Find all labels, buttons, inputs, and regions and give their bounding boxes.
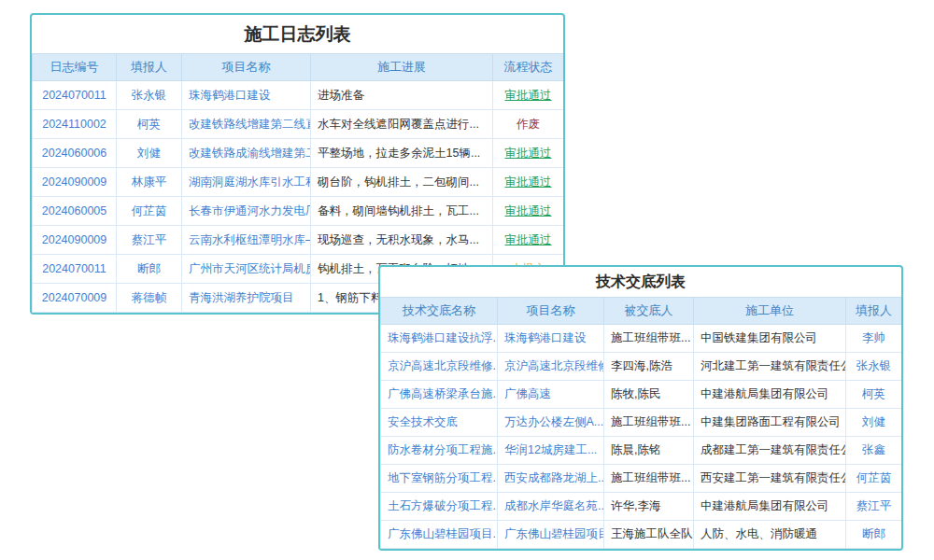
disclosure-reporter-link[interactable]: 刘健 [862, 415, 885, 428]
log-reporter-link[interactable]: 蔡江平 [132, 233, 167, 246]
log-progress-text: 进场准备 [311, 81, 493, 110]
log-project-link[interactable]: 长春市伊通河水力发电厂... [189, 204, 311, 217]
disclosure-header-receiver: 被交底人 [604, 298, 694, 325]
log-id-link[interactable]: 2024060005 [42, 204, 107, 217]
disclosure-unit-text: 中国铁建集团有限公司 [694, 325, 846, 353]
disclosure-header-row: 技术交底名称 项目名称 被交底人 施工单位 填报人 [381, 298, 902, 325]
log-id-link[interactable]: 2024060006 [42, 147, 107, 160]
table-row: 2024060006 刘健 改建铁路成渝线增建第二... 平整场地，拉走多余泥土… [33, 139, 564, 168]
disclosure-project-link[interactable]: 西安成都路龙湖上... [504, 471, 604, 484]
log-progress-text: 平整场地，拉走多余泥土15辆... [311, 139, 493, 168]
disclosure-name-link[interactable]: 安全技术交底 [388, 415, 458, 428]
disclosure-header-reporter: 填报人 [846, 298, 902, 325]
disclosure-header-name: 技术交底名称 [381, 298, 498, 325]
log-header-row: 日志编号 填报人 项目名称 施工进展 流程状态 [33, 54, 564, 81]
disclosure-receiver-text: 李四海,陈浩 [604, 353, 694, 381]
disclosure-name-link[interactable]: 珠海鹤港口建设抗浮... [388, 331, 498, 344]
disclosure-name-link[interactable]: 京沪高速北京段维修... [388, 359, 498, 372]
disclosure-unit-text: 成都建工第一建筑有限责任公司 [694, 437, 846, 465]
disclosure-project-link[interactable]: 华润12城房建工... [504, 443, 597, 456]
log-project-link[interactable]: 云南水利枢纽潭明水库—... [189, 233, 311, 246]
disclosure-header-unit: 施工单位 [694, 298, 846, 325]
log-project-link[interactable]: 改建铁路成渝线增建第二... [189, 147, 311, 160]
log-reporter-link[interactable]: 断郎 [137, 262, 161, 275]
disclosure-project-link[interactable]: 万达办公楼左侧A... [504, 415, 603, 428]
disclosure-name-link[interactable]: 防水卷材分项工程施... [388, 443, 498, 456]
table-row: 地下室钢筋分项工程... 西安成都路龙湖上... 施工班组带班... 西安建工第… [381, 465, 902, 493]
disclosure-receiver-text: 施工班组带班... [604, 465, 694, 493]
log-project-link[interactable]: 湖南洞庭湖水库引水工程... [189, 175, 311, 189]
disclosure-project-link[interactable]: 京沪高速北京段维修 [504, 359, 604, 372]
disclosure-reporter-link[interactable]: 张鑫 [862, 443, 885, 456]
disclosure-table: 技术交底名称 项目名称 被交底人 施工单位 填报人 珠海鹤港口建设抗浮... 珠… [380, 297, 902, 549]
table-row: 2024090009 林康平 湖南洞庭湖水库引水工程... 砌台阶，钩机排土，二… [33, 168, 564, 197]
disclosure-unit-text: 西安建工第一建筑有限责任公司 [694, 465, 846, 493]
log-project-link[interactable]: 珠海鹤港口建设 [189, 89, 271, 102]
log-reporter-link[interactable]: 何芷茵 [132, 204, 167, 217]
table-row: 2024070011 张永银 珠海鹤港口建设 进场准备 审批通过 [33, 81, 564, 110]
log-project-link[interactable]: 广州市天河区统计局机房... [189, 262, 311, 275]
log-progress-text: 水车对全线遮阳网覆盖点进行... [311, 110, 493, 139]
log-panel-title: 施工日志列表 [32, 15, 563, 53]
disclosure-reporter-link[interactable]: 断郎 [862, 527, 885, 540]
disclosure-receiver-text: 施工班组带班... [604, 325, 694, 353]
table-row: 珠海鹤港口建设抗浮... 珠海鹤港口建设 施工班组带班... 中国铁建集团有限公… [381, 325, 902, 353]
disclosure-name-link[interactable]: 地下室钢筋分项工程... [388, 471, 498, 484]
disclosure-project-link[interactable]: 珠海鹤港口建设 [504, 331, 587, 344]
disclosure-receiver-text: 施工班组带班... [604, 409, 694, 437]
technical-disclosure-panel: 技术交底列表 技术交底名称 项目名称 被交底人 施工单位 填报人 珠海鹤港口建设… [378, 265, 903, 551]
log-progress-text: 现场巡查，无积水现象，水马... [311, 226, 493, 255]
disclosure-reporter-link[interactable]: 蔡江平 [856, 499, 892, 512]
table-row: 广佛高速桥梁承台施... 广佛高速 陈牧,陈民 中建港航局集团有限公司 柯英 [381, 381, 902, 409]
table-row: 土石方爆破分项工程... 成都水岸华庭名苑... 许华,李海 中建港航局集团有限… [381, 493, 902, 521]
disclosure-name-link[interactable]: 广东佛山碧桂园项目... [388, 527, 498, 540]
log-reporter-link[interactable]: 柯英 [137, 118, 161, 131]
disclosure-project-link[interactable]: 广佛高速 [504, 387, 551, 400]
disclosure-reporter-link[interactable]: 柯英 [862, 387, 885, 400]
disclosure-receiver-text: 王海施工队全队 [604, 521, 694, 549]
log-id-link[interactable]: 2024090009 [42, 175, 107, 189]
disclosure-receiver-text: 陈牧,陈民 [604, 381, 694, 409]
disclosure-project-link[interactable]: 广东佛山碧桂园项目 [504, 527, 604, 540]
log-reporter-link[interactable]: 蒋德帧 [132, 291, 167, 304]
disclosure-reporter-link[interactable]: 张永银 [856, 359, 892, 372]
log-header-project: 项目名称 [182, 54, 311, 81]
disclosure-unit-text: 中建港航局集团有限公司 [694, 493, 846, 521]
disclosure-header-project: 项目名称 [498, 298, 604, 325]
log-id-link[interactable]: 2024110002 [42, 118, 106, 131]
log-reporter-link[interactable]: 张永银 [132, 89, 167, 102]
log-status-badge: 审批通过 [505, 88, 552, 104]
log-header-status: 流程状态 [493, 54, 564, 81]
table-row: 2024060005 何芷茵 长春市伊通河水力发电厂... 备料，砌间墙钩机排土… [33, 197, 564, 226]
log-id-link[interactable]: 2024070011 [42, 89, 106, 102]
table-row: 安全技术交底 万达办公楼左侧A... 施工班组带班... 中建集团路面工程有限公… [381, 409, 902, 437]
log-id-link[interactable]: 2024070009 [42, 291, 107, 304]
log-status-badge: 审批通过 [505, 146, 552, 161]
log-status-badge: 审批通过 [505, 175, 552, 190]
disclosure-name-link[interactable]: 土石方爆破分项工程... [388, 499, 498, 512]
disclosure-reporter-link[interactable]: 李帅 [862, 331, 885, 344]
disclosure-receiver-text: 许华,李海 [604, 493, 694, 521]
table-row: 2024090009 蔡江平 云南水利枢纽潭明水库—... 现场巡查，无积水现象… [33, 226, 564, 255]
log-id-link[interactable]: 2024070011 [42, 262, 106, 275]
log-status-badge: 作废 [517, 117, 540, 133]
log-progress-text: 备料，砌间墙钩机排土，瓦工... [311, 197, 493, 226]
log-header-reporter: 填报人 [117, 54, 182, 81]
log-header-id: 日志编号 [33, 54, 117, 81]
log-header-progress: 施工进展 [311, 54, 493, 81]
log-project-link[interactable]: 青海洪湖养护院项目 [189, 291, 294, 304]
log-project-link[interactable]: 改建铁路线增建第二线直... [189, 118, 311, 131]
log-status-badge: 审批通过 [505, 203, 552, 219]
table-row: 广东佛山碧桂园项目... 广东佛山碧桂园项目 王海施工队全队 人防、水电、消防暖… [381, 521, 902, 549]
disclosure-unit-text: 中建集团路面工程有限公司 [694, 409, 846, 437]
disclosure-reporter-link[interactable]: 何芷茵 [856, 471, 892, 484]
log-id-link[interactable]: 2024090009 [42, 233, 107, 246]
table-row: 防水卷材分项工程施... 华润12城房建工... 陈晨,陈铭 成都建工第一建筑有… [381, 437, 902, 465]
log-reporter-link[interactable]: 刘健 [137, 147, 161, 160]
table-row: 京沪高速北京段维修... 京沪高速北京段维修 李四海,陈浩 河北建工第一建筑有限… [381, 353, 902, 381]
disclosure-project-link[interactable]: 成都水岸华庭名苑... [504, 499, 604, 512]
log-reporter-link[interactable]: 林康平 [132, 175, 167, 189]
log-status-badge: 审批通过 [505, 232, 552, 248]
disclosure-receiver-text: 陈晨,陈铭 [604, 437, 694, 465]
disclosure-name-link[interactable]: 广佛高速桥梁承台施... [388, 387, 498, 400]
